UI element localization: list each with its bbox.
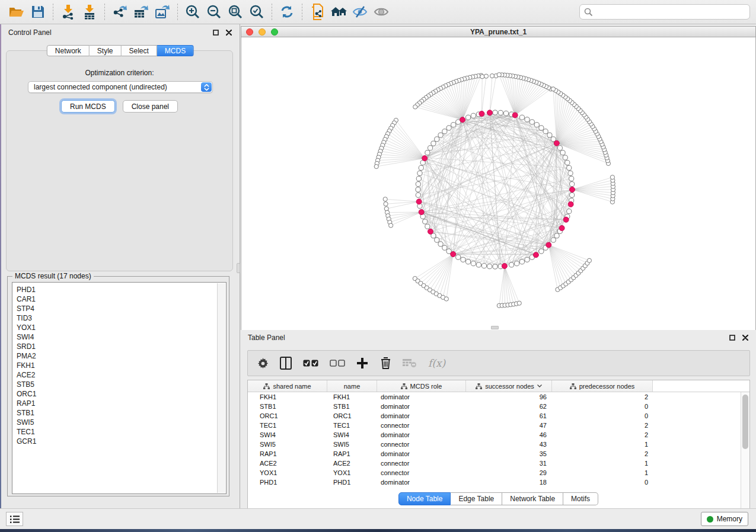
float-panel-icon[interactable] bbox=[212, 29, 219, 37]
graph-leaf-node[interactable] bbox=[444, 297, 448, 301]
mcds-node[interactable] bbox=[422, 156, 428, 161]
graph-leaf-node[interactable] bbox=[497, 73, 501, 77]
graph-node[interactable] bbox=[525, 117, 529, 122]
mcds-node[interactable] bbox=[554, 140, 559, 146]
import-network-button[interactable] bbox=[58, 2, 79, 21]
mcds-list-scrollbar[interactable] bbox=[217, 283, 225, 493]
graph-leaf-node[interactable] bbox=[610, 175, 614, 180]
graph-node[interactable] bbox=[423, 219, 428, 224]
network-canvas[interactable] bbox=[241, 37, 756, 330]
graph-node[interactable] bbox=[435, 137, 439, 142]
mcds-result-item[interactable]: ORC1 bbox=[17, 389, 217, 399]
graph-leaf-node[interactable] bbox=[517, 301, 521, 305]
graph-leaf-node[interactable] bbox=[480, 75, 484, 79]
graph-leaf-node[interactable] bbox=[384, 202, 388, 206]
graph-node[interactable] bbox=[503, 111, 508, 116]
graph-node[interactable] bbox=[529, 120, 534, 124]
graph-node[interactable] bbox=[498, 110, 503, 115]
graph-node[interactable] bbox=[568, 171, 573, 175]
graph-node[interactable] bbox=[417, 171, 422, 175]
graph-node[interactable] bbox=[416, 193, 420, 197]
close-panel-button[interactable]: Close panel bbox=[123, 100, 178, 113]
graph-node[interactable] bbox=[551, 238, 556, 242]
canvas-split-handle[interactable] bbox=[491, 326, 499, 329]
table-row[interactable]: RAP1RAP1dominator352 bbox=[248, 449, 749, 459]
hide-ui-button[interactable] bbox=[349, 2, 371, 21]
graph-node[interactable] bbox=[570, 193, 575, 197]
graph-node[interactable] bbox=[431, 141, 436, 146]
mcds-node[interactable] bbox=[559, 226, 564, 231]
graph-node[interactable] bbox=[456, 255, 461, 259]
mcds-node[interactable] bbox=[416, 199, 422, 204]
graph-node[interactable] bbox=[438, 133, 443, 137]
graph-node[interactable] bbox=[519, 259, 524, 264]
tab-network-table[interactable]: Network Table bbox=[502, 492, 563, 505]
graph-node[interactable] bbox=[493, 110, 497, 115]
graph-node[interactable] bbox=[570, 182, 575, 187]
graph-node[interactable] bbox=[563, 155, 567, 160]
graph-node[interactable] bbox=[435, 238, 439, 242]
graph-node[interactable] bbox=[465, 115, 470, 120]
graph-node[interactable] bbox=[425, 150, 430, 155]
mcds-result-item[interactable]: PHD1 bbox=[17, 285, 217, 294]
mcds-node[interactable] bbox=[563, 217, 569, 222]
graph-node[interactable] bbox=[493, 264, 497, 269]
table-row[interactable]: STB1STB1dominator620 bbox=[248, 402, 749, 411]
table-row[interactable]: ACE2ACE2connector311 bbox=[248, 459, 749, 468]
graph-leaf-node[interactable] bbox=[374, 164, 378, 168]
mcds-result-item[interactable]: STB5 bbox=[17, 380, 217, 389]
graph-node[interactable] bbox=[446, 126, 451, 130]
graph-node[interactable] bbox=[565, 160, 570, 165]
column-header-MCDS-role[interactable]: MCDS role bbox=[377, 380, 466, 392]
mcds-node[interactable] bbox=[502, 264, 507, 269]
network-window-titlebar[interactable]: YPA_prune.txt_1 bbox=[241, 26, 756, 37]
export-image-button[interactable] bbox=[152, 2, 173, 21]
zoom-fit-button[interactable] bbox=[225, 2, 246, 21]
graph-node[interactable] bbox=[557, 146, 562, 150]
mcds-node[interactable] bbox=[512, 113, 518, 118]
import-table-button[interactable] bbox=[79, 2, 100, 21]
table-row[interactable]: FKH1FKH1dominator962 bbox=[248, 392, 749, 402]
search-input[interactable] bbox=[596, 8, 745, 16]
graph-node[interactable] bbox=[487, 264, 492, 269]
select-all-rows-button[interactable] bbox=[303, 356, 318, 370]
graph-node[interactable] bbox=[471, 261, 476, 266]
show-column-panel-button[interactable] bbox=[280, 356, 292, 370]
graph-node[interactable] bbox=[534, 123, 539, 127]
mcds-result-item[interactable]: STB1 bbox=[17, 408, 217, 418]
graph-node[interactable] bbox=[416, 182, 420, 187]
graph-leaf-node[interactable] bbox=[413, 105, 417, 109]
zoom-in-button[interactable] bbox=[182, 2, 203, 21]
mcds-result-item[interactable]: GCR1 bbox=[17, 437, 217, 446]
graph-node[interactable] bbox=[416, 187, 420, 192]
graph-node[interactable] bbox=[416, 176, 421, 181]
mcds-node[interactable] bbox=[546, 242, 551, 248]
table-row[interactable]: YOX1YOX1connector291 bbox=[248, 468, 749, 477]
graph-node[interactable] bbox=[539, 249, 544, 254]
graph-node[interactable] bbox=[567, 165, 572, 170]
mcds-node[interactable] bbox=[451, 252, 456, 257]
graph-node[interactable] bbox=[554, 233, 559, 238]
mcds-result-item[interactable]: TID3 bbox=[17, 313, 217, 323]
add-column-button[interactable] bbox=[356, 356, 368, 370]
graph-node[interactable] bbox=[539, 126, 544, 130]
mcds-result-item[interactable]: SWI5 bbox=[17, 418, 217, 427]
function-builder-button[interactable]: f(x) bbox=[428, 356, 445, 370]
column-header-shared-name[interactable]: shared name bbox=[248, 380, 327, 392]
mcds-result-item[interactable]: YOX1 bbox=[17, 323, 217, 332]
graph-leaf-node[interactable] bbox=[551, 87, 555, 91]
close-panel-icon[interactable] bbox=[225, 29, 232, 37]
table-settings-button[interactable] bbox=[257, 356, 269, 370]
export-table-button[interactable] bbox=[130, 2, 152, 21]
mcds-result-item[interactable]: PMA2 bbox=[17, 351, 217, 361]
graph-node[interactable] bbox=[509, 262, 514, 267]
graph-node[interactable] bbox=[461, 257, 465, 262]
table-row[interactable]: SWI5SWI5connector431 bbox=[248, 440, 749, 449]
run-mcds-button[interactable]: Run MCDS bbox=[61, 100, 115, 113]
mcds-node[interactable] bbox=[533, 252, 538, 258]
search-box[interactable] bbox=[579, 4, 750, 20]
share-network-file-button[interactable] bbox=[307, 2, 328, 21]
mcds-node[interactable] bbox=[568, 201, 573, 207]
zoom-selected-button[interactable] bbox=[246, 2, 267, 21]
tab-select[interactable]: Select bbox=[122, 45, 157, 56]
